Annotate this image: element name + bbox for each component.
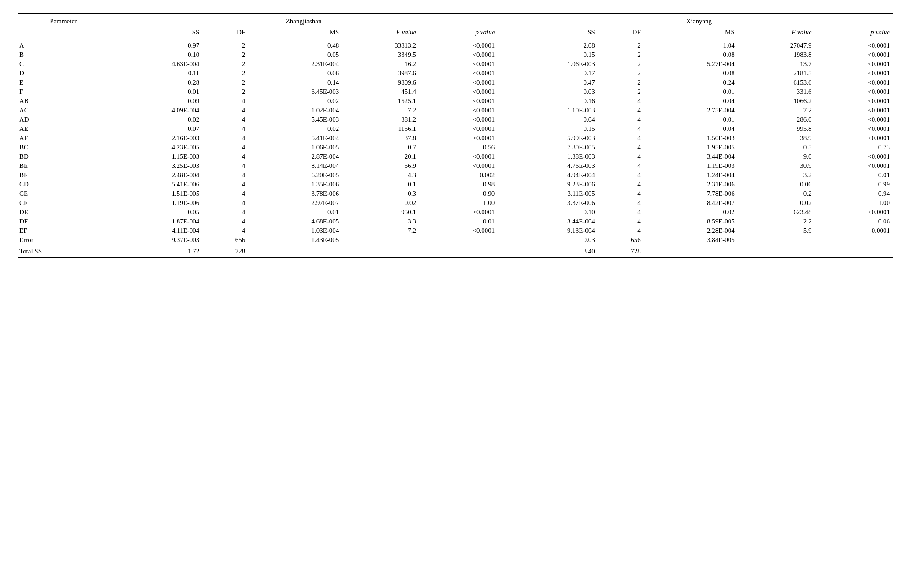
row-x-ms: 8.59E-005 bbox=[644, 217, 738, 226]
row-z-ss: 5.41E-006 bbox=[109, 180, 203, 189]
row-x-p: 0.73 bbox=[815, 143, 893, 152]
row-param: D bbox=[18, 69, 109, 78]
row-z-p: 1.00 bbox=[420, 198, 498, 208]
row-x-p: <0.0001 bbox=[815, 124, 893, 134]
row-x-ms: 1.50E-003 bbox=[644, 134, 738, 143]
row-x-ss: 5.99E-003 bbox=[505, 134, 599, 143]
row-x-df: 2 bbox=[599, 78, 644, 87]
row-x-f: 1983.8 bbox=[738, 50, 815, 60]
row-z-p: <0.0001 bbox=[420, 87, 498, 97]
row-divider bbox=[498, 152, 505, 161]
row-z-ss: 0.97 bbox=[109, 39, 203, 51]
row-z-df: 2 bbox=[203, 78, 249, 87]
table-row: AF2.16E-00345.41E-00437.8<0.00015.99E-00… bbox=[18, 134, 893, 143]
row-z-df: 4 bbox=[203, 208, 249, 217]
row-z-p: <0.0001 bbox=[420, 97, 498, 106]
row-x-f: 0.2 bbox=[738, 189, 815, 198]
row-x-ms: 7.78E-006 bbox=[644, 189, 738, 198]
row-divider bbox=[498, 189, 505, 198]
table-row: CD5.41E-00641.35E-0060.10.989.23E-00642.… bbox=[18, 180, 893, 189]
x-p-header: p value bbox=[815, 27, 893, 39]
row-x-ms: 0.01 bbox=[644, 87, 738, 97]
row-z-ss: 1.19E-006 bbox=[109, 198, 203, 208]
table-row: AD0.0245.45E-003381.2<0.00010.0440.01286… bbox=[18, 115, 893, 124]
row-x-ss: 9.23E-006 bbox=[505, 180, 599, 189]
row-z-ms: 0.02 bbox=[249, 97, 342, 106]
row-param: AE bbox=[18, 124, 109, 134]
row-z-f: 20.1 bbox=[342, 152, 420, 161]
zhangjiashan-header: Zhangjiashan bbox=[109, 14, 498, 27]
row-z-ms: 1.35E-006 bbox=[249, 180, 342, 189]
row-z-p: <0.0001 bbox=[420, 39, 498, 51]
row-z-p: 0.90 bbox=[420, 189, 498, 198]
row-x-p: <0.0001 bbox=[815, 115, 893, 124]
row-z-df: 4 bbox=[203, 115, 249, 124]
row-x-df: 4 bbox=[599, 97, 644, 106]
row-x-f: 623.48 bbox=[738, 208, 815, 217]
table-row: AE0.0740.021156.1<0.00010.1540.04995.8<0… bbox=[18, 124, 893, 134]
row-z-ms: 1.03E-004 bbox=[249, 226, 342, 235]
row-z-ms: 6.45E-003 bbox=[249, 87, 342, 97]
table-row: F0.0126.45E-003451.4<0.00010.0320.01331.… bbox=[18, 87, 893, 97]
row-z-ms: 6.20E-005 bbox=[249, 171, 342, 180]
total-divider bbox=[498, 245, 505, 258]
row-x-ss: 0.15 bbox=[505, 50, 599, 60]
row-z-ss: 0.05 bbox=[109, 208, 203, 217]
row-z-f: 7.2 bbox=[342, 226, 420, 235]
row-z-ss: 0.01 bbox=[109, 87, 203, 97]
row-z-df: 4 bbox=[203, 152, 249, 161]
row-x-p: 0.01 bbox=[815, 171, 893, 180]
row-param: CE bbox=[18, 189, 109, 198]
row-param: A bbox=[18, 39, 109, 51]
row-divider bbox=[498, 208, 505, 217]
row-x-p: 0.06 bbox=[815, 217, 893, 226]
total-z-ms bbox=[249, 245, 342, 258]
row-x-df: 4 bbox=[599, 143, 644, 152]
row-x-f: 1066.2 bbox=[738, 97, 815, 106]
row-x-ss: 0.04 bbox=[505, 115, 599, 124]
row-x-ss: 0.03 bbox=[505, 235, 599, 245]
row-divider bbox=[498, 106, 505, 115]
row-z-p bbox=[420, 235, 498, 245]
row-z-f: 0.02 bbox=[342, 198, 420, 208]
row-z-df: 4 bbox=[203, 124, 249, 134]
row-x-f: 0.02 bbox=[738, 198, 815, 208]
row-param: DF bbox=[18, 217, 109, 226]
row-z-df: 4 bbox=[203, 217, 249, 226]
row-x-ms: 8.42E-007 bbox=[644, 198, 738, 208]
row-z-f: 950.1 bbox=[342, 208, 420, 217]
row-z-df: 4 bbox=[203, 180, 249, 189]
row-x-ms: 0.08 bbox=[644, 50, 738, 60]
row-z-f: 7.2 bbox=[342, 106, 420, 115]
row-param: EF bbox=[18, 226, 109, 235]
row-x-f: 286.0 bbox=[738, 115, 815, 124]
row-z-df: 4 bbox=[203, 189, 249, 198]
table-row: DE0.0540.01950.1<0.00010.1040.02623.48<0… bbox=[18, 208, 893, 217]
row-x-ms: 1.24E-004 bbox=[644, 171, 738, 180]
row-z-ss: 4.63E-004 bbox=[109, 60, 203, 69]
row-z-ss: 4.11E-004 bbox=[109, 226, 203, 235]
table-row: CF1.19E-00642.97E-0070.021.003.37E-00648… bbox=[18, 198, 893, 208]
anova-table: Parameter Zhangjiashan Xianyang SS DF MS… bbox=[18, 13, 893, 258]
param-subheader bbox=[18, 27, 109, 39]
total-z-f bbox=[342, 245, 420, 258]
row-x-ss: 0.16 bbox=[505, 97, 599, 106]
table-row: AC4.09E-00441.02E-0047.2<0.00011.10E-003… bbox=[18, 106, 893, 115]
table-row: C4.63E-00422.31E-00416.2<0.00011.06E-003… bbox=[18, 60, 893, 69]
row-x-f: 13.7 bbox=[738, 60, 815, 69]
row-divider bbox=[498, 78, 505, 87]
row-param: AD bbox=[18, 115, 109, 124]
row-param: Error bbox=[18, 235, 109, 245]
row-x-ms: 0.01 bbox=[644, 115, 738, 124]
row-z-ss: 0.09 bbox=[109, 97, 203, 106]
row-z-ms: 2.97E-007 bbox=[249, 198, 342, 208]
row-divider bbox=[498, 69, 505, 78]
row-z-f: 33813.2 bbox=[342, 39, 420, 51]
row-param: CF bbox=[18, 198, 109, 208]
row-x-p: <0.0001 bbox=[815, 39, 893, 51]
row-x-df: 2 bbox=[599, 87, 644, 97]
table-row: BF2.48E-00446.20E-0054.30.0024.94E-00441… bbox=[18, 171, 893, 180]
table-row: Error9.37E-0036561.43E-0050.036563.84E-0… bbox=[18, 235, 893, 245]
row-z-ss: 1.51E-005 bbox=[109, 189, 203, 198]
total-x-p bbox=[815, 245, 893, 258]
